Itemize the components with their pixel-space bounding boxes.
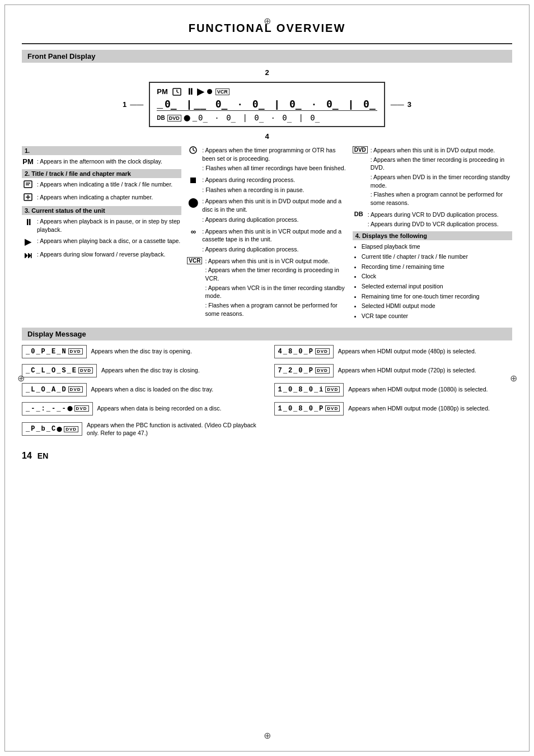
- display-item-5: Selected external input position: [362, 282, 512, 291]
- db-desc2: : Appears during DVD to VCR duplication …: [368, 220, 499, 228]
- svg-line-2: [177, 92, 179, 93]
- play-desc: : Appears when playing back a disc, or a…: [37, 237, 180, 245]
- rec-dot: [207, 89, 212, 94]
- display-item-7: Selected HDMI output mode: [362, 302, 512, 310]
- cassette-item: ∞ : Appears when this unit is in VCR out…: [187, 227, 346, 254]
- msg-1080p: 1_0_8_0_P DVD Appears when HDMI output m…: [274, 402, 513, 416]
- section2-title: 2. Title / track / file and chapter mark: [22, 169, 181, 178]
- msg-close-display: _C_L_O_S_E DVD: [22, 364, 97, 377]
- msg-720p: 7_2_0_P DVD Appears when HDMI output mod…: [274, 364, 513, 377]
- display-item-4: Clock: [362, 272, 512, 281]
- chapter-icon-desc: : Appears when indicating a chapter numb…: [37, 193, 153, 202]
- slow-item: ⏭ : Appears during slow forward / revers…: [22, 250, 181, 260]
- seg-display-top: _0̲ |_̲ 0̲ · 0̲ | 0̲ · 0̲ | 0̲: [157, 98, 377, 111]
- desc-col-right: DVD : Appears when this unit is in DVD o…: [353, 146, 512, 322]
- msg-720p-display: 7_2_0_P DVD: [274, 364, 334, 377]
- db-desc1: : Appears during VCR to DVD duplication …: [368, 211, 499, 219]
- dvd-badge-1080p: DVD: [325, 405, 340, 412]
- page-lang: EN: [38, 451, 48, 460]
- dvd-badge-720p: DVD: [315, 367, 330, 374]
- msg-rec-text: Appears when data is being recorded on a…: [97, 404, 222, 413]
- rec-dot-symbol: [187, 176, 199, 185]
- msg-480p-text: Appears when HDMI output mode (480p) is …: [338, 347, 476, 356]
- descriptions-area: 1. PM : Appears in the afternoon with th…: [22, 146, 512, 322]
- vcr-desc4: : Flashes when a program cannot be perfo…: [205, 301, 346, 318]
- crosshair-top: ⊕: [261, 15, 273, 26]
- section3-title: 3. Current status of the unit: [22, 206, 181, 215]
- crosshair-bottom: ⊕: [261, 730, 273, 741]
- msg-load-text: Appears when a disc is loaded on the dis…: [91, 385, 214, 394]
- db-main-symbol: DB: [353, 211, 365, 217]
- msg-1080i-text: Appears when HDMI output mode (1080i) is…: [348, 385, 488, 394]
- vcr-desc1: : Appears when this unit is in VCR outpu…: [205, 257, 346, 265]
- play-symbol: ▶: [22, 237, 34, 247]
- db-item: DB : Appears during VCR to DVD duplicati…: [353, 211, 512, 228]
- timer-desc2: : Flashes when all timer recordings have…: [202, 164, 346, 172]
- msg-rec-display: _-_:_-_- ⬤ DVD: [22, 402, 93, 416]
- display-item-8: VCR tape counter: [362, 312, 512, 320]
- msg-rec: _-_:_-_- ⬤ DVD Appears when data is bein…: [22, 402, 260, 416]
- timer-desc1: : Appears when the timer programming or …: [202, 146, 346, 162]
- rec-dot-desc1: : Appears during recording process.: [202, 176, 304, 184]
- msg-480p: 4_8_0_P DVD Appears when HDMI output mod…: [274, 345, 513, 358]
- timer-icon: [187, 146, 199, 156]
- msg-720p-text: Appears when HDMI output mode (720p) is …: [338, 366, 476, 375]
- title-icon-desc: : Appears when indicating a title / trac…: [37, 180, 172, 189]
- vcr-desc2: : Appears when the timer recording is pr…: [205, 266, 346, 282]
- dvd-badge-close: DVD: [78, 367, 93, 374]
- msg-pbc-display: _P_b_C ⬤ DVD: [22, 422, 82, 436]
- vcr-main-symbol: VCR: [187, 257, 202, 264]
- display-item-2: Current title / chapter / track / file n…: [362, 253, 512, 261]
- msg-open-display: _0_P_E_N DVD: [22, 345, 87, 358]
- display-panel-row: 1 —— PM: [22, 82, 512, 127]
- msg-480p-display: 4_8_0_P DVD: [274, 345, 334, 358]
- display-item-1: Elapsed playback time: [362, 242, 512, 251]
- pm-indicator: PM: [157, 87, 168, 96]
- play-icon: ▶: [197, 86, 204, 97]
- page-number: 14: [22, 451, 32, 461]
- db-label: DB: [157, 115, 165, 121]
- cassette-symbol: ∞: [187, 227, 199, 236]
- msg-pbc: _P_b_C ⬤ DVD Appears when the PBC functi…: [22, 421, 260, 437]
- pause-symbol: ⏸: [22, 217, 34, 227]
- crosshair-left: ⊕: [15, 372, 26, 384]
- dvd-badge-480p: DVD: [315, 348, 330, 354]
- svg-line-11: [193, 150, 195, 151]
- chapter-icon: [22, 193, 34, 203]
- display-msg-grid: _0_P_E_N DVD Appears when the disc tray …: [22, 345, 512, 440]
- disc-desc1: : Appears when this unit is in DVD outpu…: [202, 197, 346, 213]
- display-msg-left: _0_P_E_N DVD Appears when the disc tray …: [22, 345, 260, 440]
- msg-load: _L_O_A_D DVD Appears when a disc is load…: [22, 383, 260, 396]
- diagram-label-1: 1: [123, 100, 127, 109]
- dvd-badge-open: DVD: [68, 348, 83, 354]
- play-item: ▶ : Appears when playing back a disc, or…: [22, 237, 181, 247]
- seg-display-bottom: _0̲ · 0̲ | 0̲ · 0̲ | 0̲: [193, 113, 321, 123]
- pause-desc: : Appears when playback is in pause, or …: [37, 217, 181, 234]
- display-item-6: Remaining time for one-touch timer recor…: [362, 292, 512, 301]
- msg-close: _C_L_O_S_E DVD Appears when the disc tra…: [22, 364, 260, 377]
- rec-dot-item: : Appears during recording process. : Fl…: [187, 176, 346, 194]
- svg-rect-3: [24, 181, 32, 188]
- pause-item: ⏸ : Appears when playback is in pause, o…: [22, 217, 181, 234]
- vcr-desc3: : Appears when VCR is in the timer recor…: [205, 284, 346, 300]
- disc-symbol-mid: ⬤: [187, 197, 199, 208]
- dvd-label-panel: DVD: [167, 115, 181, 122]
- dvd-desc3: : Appears when DVD is in the timer recor…: [371, 173, 512, 189]
- cassette-desc2: : Appears during duplication process.: [202, 245, 346, 254]
- dvd-desc4: : Flashes when a program cannot be perfo…: [371, 190, 512, 207]
- msg-1080p-text: Appears when HDMI output mode (1080p) is…: [348, 404, 490, 413]
- diagram-label-2: 2: [265, 68, 269, 77]
- dvd-badge-load: DVD: [68, 386, 83, 393]
- crosshair-right: ⊕: [508, 372, 519, 384]
- rec-dot-desc2: : Flashes when a recording is in pause.: [202, 186, 304, 194]
- disc-desc2: : Appears during duplication process.: [202, 216, 346, 224]
- msg-1080p-display: 1_0_8_0_P DVD: [274, 402, 344, 416]
- desc-col-middle: : Appears when the timer programming or …: [187, 146, 346, 322]
- pm-description: : Appears in the afternoon with the cloc…: [37, 157, 162, 166]
- dvd-main-symbol: DVD: [353, 146, 368, 153]
- display-msg-right: 4_8_0_P DVD Appears when HDMI output mod…: [260, 345, 513, 440]
- msg-1080i-display: 1_0_8_0_i DVD: [274, 383, 344, 396]
- dvd-desc1: : Appears when this unit is in DVD outpu…: [371, 146, 512, 155]
- vcr-label: VCR: [216, 88, 229, 95]
- pm-symbol: PM: [22, 157, 34, 166]
